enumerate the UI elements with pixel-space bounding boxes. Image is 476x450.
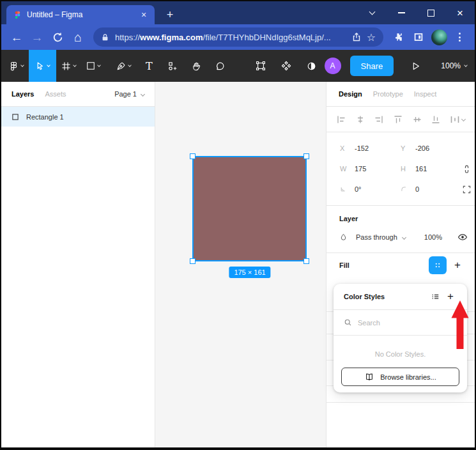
height-label: H [401, 165, 407, 173]
independent-corners-icon[interactable] [462, 185, 472, 194]
figma-main-menu-button[interactable] [4, 50, 29, 82]
canvas[interactable]: 175 × 161 [155, 82, 326, 447]
layers-panel-header: Layers Assets Page 1 [1, 82, 155, 107]
align-horizontal-centers-icon[interactable] [355, 114, 365, 125]
minimize-button[interactable] [387, 1, 416, 24]
selected-rectangle[interactable] [194, 157, 305, 260]
constrain-proportions-icon[interactable] [462, 164, 472, 174]
align-right-icon[interactable] [374, 114, 384, 125]
user-avatar[interactable]: A [325, 58, 341, 74]
fill-styles-button[interactable] [429, 256, 447, 274]
edit-object-button[interactable] [248, 50, 273, 82]
height-value[interactable]: 161 [415, 165, 427, 173]
main-area: Layers Assets Page 1 Rectangle 1 175 × 1… [1, 82, 475, 447]
layer-section: Layer Pass through 100% [326, 206, 475, 253]
tab-inspect[interactable]: Inspect [414, 90, 436, 98]
resize-handle-bottom-left[interactable] [190, 258, 196, 264]
search-icon [344, 318, 352, 327]
selection-tools-group [248, 50, 325, 82]
tab-design[interactable]: Design [339, 90, 362, 98]
lock-icon[interactable] [101, 33, 109, 42]
address-bar[interactable]: https://www.figma.com/file/T7THYhbDHNdIg… [93, 27, 383, 47]
align-vertical-centers-icon[interactable] [412, 114, 422, 125]
width-value[interactable]: 175 [355, 165, 366, 173]
share-page-icon[interactable] [351, 32, 362, 42]
color-styles-title: Color Styles [344, 293, 427, 300]
style-search-input[interactable] [358, 319, 441, 327]
present-play-icon[interactable] [403, 50, 428, 82]
corner-radius-icon [401, 185, 407, 193]
chevron-down-icon [402, 235, 406, 239]
browse-libraries-button[interactable]: Browse libraries... [341, 368, 459, 386]
no-color-styles-message: No Color Styles. [334, 350, 467, 358]
color-styles-header: Color Styles + [334, 284, 467, 309]
style-list-view-icon[interactable] [427, 289, 443, 304]
bookmark-star-icon[interactable]: ☆ [367, 31, 376, 43]
move-tool-button[interactable] [29, 50, 56, 82]
side-panel-extension-icon[interactable] [408, 27, 429, 47]
text-tool-button[interactable]: T [137, 50, 161, 82]
layer-row-rectangle-1[interactable]: Rectangle 1 [1, 107, 155, 127]
align-top-icon[interactable] [393, 114, 403, 125]
distribute-spacing-icon[interactable] [450, 114, 465, 125]
page-selector[interactable]: Page 1 [114, 90, 144, 98]
layer-opacity-value[interactable]: 100% [424, 233, 442, 241]
new-tab-button[interactable]: + [162, 7, 178, 22]
frame-tool-button[interactable] [56, 50, 81, 82]
use-as-mask-button[interactable] [299, 50, 325, 82]
layer-name: Rectangle 1 [26, 113, 64, 121]
url-text[interactable]: https://www.figma.com/file/T7THYhbDHNdIg… [115, 33, 346, 42]
resources-tool-button[interactable] [161, 50, 185, 82]
tab-close-icon[interactable]: × [138, 9, 150, 20]
back-icon[interactable]: ← [6, 27, 27, 47]
book-icon [364, 373, 374, 382]
browser-window: Untitled – Figma × + × ← → ⌂ https://www… [0, 0, 476, 450]
color-styles-popup: Color Styles + No Color Styles. Browse l… [334, 284, 467, 392]
rotation-value[interactable]: 0° [355, 185, 362, 193]
browser-toolbar: ← → ⌂ https://www.figma.com/file/T7THYhb… [1, 24, 475, 50]
fill-section-header: Fill + [326, 253, 475, 277]
pen-tool-button[interactable] [110, 50, 137, 82]
tab-prototype[interactable]: Prototype [373, 90, 403, 98]
zoom-level-control[interactable]: 100% [437, 61, 467, 70]
maximize-button[interactable] [416, 1, 445, 24]
tab-search-chevron-icon[interactable] [357, 1, 387, 24]
blend-mode-dropdown[interactable]: Pass through [356, 233, 406, 241]
shape-tool-button[interactable] [81, 50, 106, 82]
reload-icon[interactable] [47, 27, 68, 47]
tab-assets[interactable]: Assets [45, 90, 66, 98]
hidden-section-divider [326, 402, 475, 403]
layer-section-heading: Layer [326, 206, 475, 226]
window-close-button[interactable]: × [445, 1, 475, 24]
align-bottom-icon[interactable] [431, 114, 441, 125]
y-value[interactable]: -206 [415, 144, 429, 152]
comment-tool-button[interactable] [208, 50, 232, 82]
figma-toolbar: T A Share 100 [1, 50, 475, 82]
figma-favicon [13, 11, 22, 19]
browser-profile-avatar[interactable] [429, 27, 449, 47]
extensions-puzzle-icon[interactable] [388, 27, 408, 47]
home-icon[interactable]: ⌂ [68, 27, 88, 47]
hand-tool-button[interactable] [185, 50, 208, 82]
tab-title: Untitled – Figma [27, 10, 138, 19]
browser-menu-dots-icon[interactable] [449, 27, 470, 47]
rotation-icon [340, 185, 346, 193]
tab-layers[interactable]: Layers [12, 90, 34, 98]
blend-mode-droplet-icon[interactable] [339, 233, 348, 242]
share-button[interactable]: Share [350, 56, 394, 76]
x-value[interactable]: -152 [355, 144, 369, 152]
resize-handle-bottom-right[interactable] [303, 258, 309, 264]
browser-tab[interactable]: Untitled – Figma × [6, 5, 155, 24]
resize-handle-top-right[interactable] [303, 153, 309, 159]
blend-mode-row: Pass through 100% [326, 226, 475, 248]
create-component-button[interactable] [273, 50, 299, 82]
page-selector-label: Page 1 [114, 90, 137, 98]
align-left-icon[interactable] [336, 114, 346, 125]
layer-visibility-eye-icon[interactable] [457, 232, 468, 242]
transform-section: X-152 Y-206 W175 H161 0° 0 [326, 132, 475, 206]
rectangle-layer-icon [12, 113, 19, 121]
add-fill-button[interactable]: + [447, 256, 468, 274]
corner-radius-value[interactable]: 0 [415, 185, 419, 193]
resize-handle-top-left[interactable] [190, 153, 196, 159]
forward-icon[interactable]: → [27, 27, 47, 47]
